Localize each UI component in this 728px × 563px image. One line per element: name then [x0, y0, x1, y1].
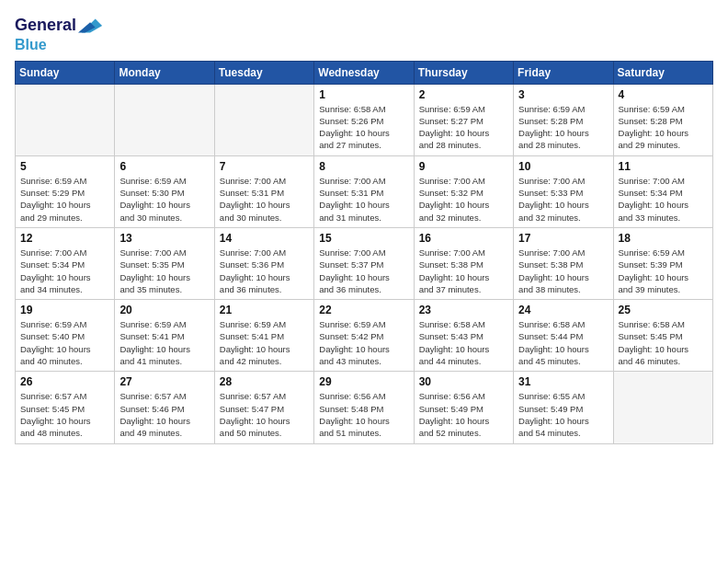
calendar-cell: 20Sunrise: 6:59 AM Sunset: 5:41 PM Dayli…: [115, 300, 214, 372]
day-number: 28: [220, 375, 309, 388]
day-info: Sunrise: 7:00 AM Sunset: 5:31 PM Dayligh…: [319, 175, 408, 224]
logo-text: General: [15, 17, 76, 35]
day-number: 22: [319, 304, 408, 316]
calendar-week-4: 26Sunrise: 6:57 AM Sunset: 5:45 PM Dayli…: [16, 372, 713, 443]
calendar-cell: 18Sunrise: 6:59 AM Sunset: 5:39 PM Dayli…: [613, 227, 712, 299]
calendar-cell: 6Sunrise: 6:59 AM Sunset: 5:30 PM Daylig…: [115, 155, 214, 227]
day-number: 15: [319, 232, 408, 245]
day-info: Sunrise: 6:56 AM Sunset: 5:49 PM Dayligh…: [419, 390, 508, 439]
day-info: Sunrise: 6:55 AM Sunset: 5:49 PM Dayligh…: [518, 390, 608, 439]
day-info: Sunrise: 7:00 AM Sunset: 5:35 PM Dayligh…: [119, 247, 209, 295]
calendar-cell: 25Sunrise: 6:58 AM Sunset: 5:45 PM Dayli…: [613, 300, 712, 372]
calendar-table: SundayMondayTuesdayWednesdayThursdayFrid…: [15, 61, 713, 444]
calendar-cell: [115, 84, 214, 155]
day-info: Sunrise: 7:00 AM Sunset: 5:38 PM Dayligh…: [518, 247, 608, 295]
calendar-cell: 2Sunrise: 6:59 AM Sunset: 5:27 PM Daylig…: [414, 84, 513, 155]
day-number: 21: [220, 304, 309, 316]
calendar-cell: 30Sunrise: 6:56 AM Sunset: 5:49 PM Dayli…: [414, 372, 513, 443]
day-number: 1: [319, 88, 408, 101]
day-info: Sunrise: 6:59 AM Sunset: 5:28 PM Dayligh…: [518, 103, 608, 152]
calendar-cell: 13Sunrise: 7:00 AM Sunset: 5:35 PM Dayli…: [115, 227, 214, 299]
day-number: 17: [518, 232, 608, 245]
calendar-cell: 29Sunrise: 6:56 AM Sunset: 5:48 PM Dayli…: [314, 372, 414, 443]
calendar-cell: 15Sunrise: 7:00 AM Sunset: 5:37 PM Dayli…: [314, 227, 414, 299]
day-info: Sunrise: 6:56 AM Sunset: 5:48 PM Dayligh…: [319, 390, 408, 439]
day-number: 30: [419, 375, 508, 388]
day-info: Sunrise: 7:00 AM Sunset: 5:37 PM Dayligh…: [319, 247, 408, 295]
day-info: Sunrise: 6:57 AM Sunset: 5:46 PM Dayligh…: [119, 390, 209, 439]
col-header-monday: Monday: [115, 61, 214, 84]
day-number: 14: [220, 232, 309, 245]
calendar-cell: 14Sunrise: 7:00 AM Sunset: 5:36 PM Dayli…: [214, 227, 313, 299]
calendar-header-row: SundayMondayTuesdayWednesdayThursdayFrid…: [16, 61, 713, 84]
day-number: 23: [419, 304, 508, 316]
calendar-cell: 3Sunrise: 6:59 AM Sunset: 5:28 PM Daylig…: [514, 84, 613, 155]
day-info: Sunrise: 6:58 AM Sunset: 5:26 PM Dayligh…: [319, 103, 408, 152]
calendar-week-1: 5Sunrise: 6:59 AM Sunset: 5:29 PM Daylig…: [16, 155, 713, 227]
day-number: 4: [619, 88, 708, 101]
day-number: 6: [119, 160, 209, 173]
calendar-cell: 12Sunrise: 7:00 AM Sunset: 5:34 PM Dayli…: [16, 227, 115, 299]
day-number: 2: [419, 88, 508, 101]
day-number: 24: [518, 304, 608, 316]
calendar-cell: [613, 372, 712, 443]
calendar-week-2: 12Sunrise: 7:00 AM Sunset: 5:34 PM Dayli…: [16, 227, 713, 299]
day-info: Sunrise: 6:58 AM Sunset: 5:43 PM Dayligh…: [419, 318, 508, 367]
day-number: 5: [20, 160, 109, 173]
day-number: 18: [619, 232, 708, 245]
calendar-cell: 22Sunrise: 6:59 AM Sunset: 5:42 PM Dayli…: [314, 300, 414, 372]
day-number: 3: [518, 88, 608, 101]
day-number: 19: [20, 304, 109, 316]
day-info: Sunrise: 7:00 AM Sunset: 5:34 PM Dayligh…: [619, 175, 708, 224]
day-info: Sunrise: 7:00 AM Sunset: 5:33 PM Dayligh…: [518, 175, 608, 224]
day-info: Sunrise: 6:59 AM Sunset: 5:41 PM Dayligh…: [119, 318, 209, 367]
day-info: Sunrise: 6:58 AM Sunset: 5:45 PM Dayligh…: [619, 318, 708, 367]
calendar-week-3: 19Sunrise: 6:59 AM Sunset: 5:40 PM Dayli…: [16, 300, 713, 372]
day-info: Sunrise: 6:59 AM Sunset: 5:41 PM Dayligh…: [220, 318, 309, 367]
day-info: Sunrise: 6:59 AM Sunset: 5:28 PM Dayligh…: [619, 103, 708, 152]
calendar-cell: 7Sunrise: 7:00 AM Sunset: 5:31 PM Daylig…: [214, 155, 313, 227]
calendar-cell: 24Sunrise: 6:58 AM Sunset: 5:44 PM Dayli…: [514, 300, 613, 372]
col-header-thursday: Thursday: [414, 61, 513, 84]
day-info: Sunrise: 6:59 AM Sunset: 5:42 PM Dayligh…: [319, 318, 408, 367]
calendar-cell: 23Sunrise: 6:58 AM Sunset: 5:43 PM Dayli…: [414, 300, 513, 372]
calendar-cell: 26Sunrise: 6:57 AM Sunset: 5:45 PM Dayli…: [16, 372, 115, 443]
day-info: Sunrise: 7:00 AM Sunset: 5:31 PM Dayligh…: [220, 175, 309, 224]
day-info: Sunrise: 6:58 AM Sunset: 5:44 PM Dayligh…: [518, 318, 608, 367]
day-number: 13: [119, 232, 209, 245]
calendar-cell: 21Sunrise: 6:59 AM Sunset: 5:41 PM Dayli…: [214, 300, 313, 372]
day-info: Sunrise: 6:59 AM Sunset: 5:27 PM Dayligh…: [419, 103, 508, 152]
calendar-cell: 10Sunrise: 7:00 AM Sunset: 5:33 PM Dayli…: [514, 155, 613, 227]
page-header: General Blue: [15, 15, 713, 53]
day-number: 9: [419, 160, 508, 173]
day-number: 25: [619, 304, 708, 316]
day-info: Sunrise: 7:00 AM Sunset: 5:32 PM Dayligh…: [419, 175, 508, 224]
day-info: Sunrise: 6:59 AM Sunset: 5:39 PM Dayligh…: [619, 247, 708, 295]
day-info: Sunrise: 7:00 AM Sunset: 5:38 PM Dayligh…: [419, 247, 508, 295]
calendar-cell: [214, 84, 313, 155]
day-info: Sunrise: 6:57 AM Sunset: 5:47 PM Dayligh…: [220, 390, 309, 439]
calendar-cell: 16Sunrise: 7:00 AM Sunset: 5:38 PM Dayli…: [414, 227, 513, 299]
calendar-cell: 11Sunrise: 7:00 AM Sunset: 5:34 PM Dayli…: [613, 155, 712, 227]
day-info: Sunrise: 7:00 AM Sunset: 5:36 PM Dayligh…: [220, 247, 309, 295]
calendar-cell: 9Sunrise: 7:00 AM Sunset: 5:32 PM Daylig…: [414, 155, 513, 227]
col-header-sunday: Sunday: [16, 61, 115, 84]
col-header-friday: Friday: [514, 61, 613, 84]
calendar-cell: 27Sunrise: 6:57 AM Sunset: 5:46 PM Dayli…: [115, 372, 214, 443]
logo-subtext: Blue: [15, 37, 104, 53]
day-info: Sunrise: 6:59 AM Sunset: 5:30 PM Dayligh…: [119, 175, 209, 224]
day-info: Sunrise: 6:59 AM Sunset: 5:40 PM Dayligh…: [20, 318, 109, 367]
col-header-saturday: Saturday: [613, 61, 712, 84]
calendar-week-0: 1Sunrise: 6:58 AM Sunset: 5:26 PM Daylig…: [16, 84, 713, 155]
logo: General Blue: [15, 15, 104, 53]
day-number: 10: [518, 160, 608, 173]
calendar-cell: 5Sunrise: 6:59 AM Sunset: 5:29 PM Daylig…: [16, 155, 115, 227]
calendar-cell: 17Sunrise: 7:00 AM Sunset: 5:38 PM Dayli…: [514, 227, 613, 299]
day-number: 27: [119, 375, 209, 388]
calendar-cell: 28Sunrise: 6:57 AM Sunset: 5:47 PM Dayli…: [214, 372, 313, 443]
day-number: 26: [20, 375, 109, 388]
day-number: 16: [419, 232, 508, 245]
day-number: 20: [119, 304, 209, 316]
day-number: 8: [319, 160, 408, 173]
calendar-cell: 8Sunrise: 7:00 AM Sunset: 5:31 PM Daylig…: [314, 155, 414, 227]
